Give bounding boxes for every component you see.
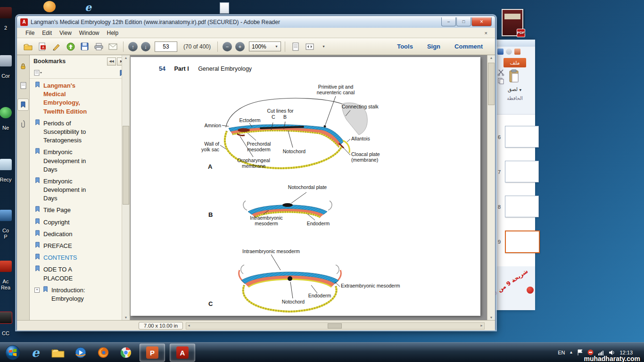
scrolling-mode-button[interactable] <box>289 41 302 52</box>
slides-pane[interactable]: 6 7 8 9 <box>495 114 535 266</box>
next-page-button[interactable]: ↓ <box>141 42 150 51</box>
desktop-icon[interactable]: 2 <box>0 1 14 37</box>
minimize-button[interactable]: – <box>441 17 456 26</box>
slide-thumbnail[interactable] <box>505 161 539 182</box>
slide-row[interactable]: 6 <box>495 115 535 149</box>
scrollbar-thumb[interactable] <box>123 126 129 205</box>
expand-bookmark-icon[interactable]: + <box>34 288 40 293</box>
desktop-icon[interactable]: Cor <box>0 49 14 85</box>
menu-help[interactable]: Help <box>103 29 123 37</box>
pdf-page[interactable]: 54 Part I General Embryology <box>131 57 480 316</box>
desktop-icon-recycle-bin[interactable]: Recy <box>0 153 14 189</box>
bookmark-item-expandable[interactable]: + Introduction: Embryology <box>34 286 122 303</box>
menu-view[interactable]: View <box>56 29 75 37</box>
start-button[interactable] <box>4 344 22 361</box>
bookmark-item[interactable]: ODE TO A PLACODE <box>34 265 122 282</box>
create-pdf-button[interactable]: A <box>36 41 49 52</box>
desktop-icon[interactable]: Co P <box>0 204 14 246</box>
print-button[interactable] <box>92 41 105 52</box>
save-icon[interactable] <box>497 49 504 55</box>
taskbar-internet-explorer-icon[interactable]: e <box>26 344 44 361</box>
bookmark-item[interactable]: CONTENTS <box>34 254 122 262</box>
scrollbar-thumb[interactable] <box>328 323 342 329</box>
desktop-icon-internet-explorer[interactable]: e <box>82 1 94 12</box>
paste-icon[interactable] <box>508 69 520 83</box>
document-area[interactable]: 54 Part I General Embryology <box>130 55 495 320</box>
desktop-icon-firefox[interactable] <box>43 1 56 12</box>
action-center-flag-icon[interactable] <box>577 349 583 356</box>
toolbar-overflow-chevron[interactable]: ▾ <box>317 41 330 52</box>
zoom-level-select[interactable]: 100% ▼ <box>249 41 281 51</box>
scrollbar-thumb[interactable] <box>488 63 495 105</box>
desktop-icon[interactable]: CC <box>0 305 14 343</box>
zoom-out-button[interactable]: − <box>223 42 232 51</box>
vertical-scrollbar[interactable]: ▲ ▼ <box>487 55 495 320</box>
paste-label[interactable]: لصق ▼ <box>508 86 521 92</box>
bookmark-item[interactable]: Dedication <box>34 230 122 239</box>
taskbar-explorer-icon[interactable] <box>49 344 67 361</box>
slide-thumbnail[interactable] <box>505 126 539 148</box>
window-titlebar[interactable]: A Langman's Medical Embryology 12th Edit… <box>17 16 495 28</box>
scroll-up-icon[interactable]: ▲ <box>487 56 495 59</box>
scroll-up-icon[interactable]: ▲ <box>122 56 130 59</box>
bookmark-item[interactable]: Periods of Susceptibility to Teratogenes… <box>34 119 122 145</box>
bookmark-item[interactable]: Embryonic Development in Days <box>34 177 122 203</box>
email-button[interactable] <box>107 41 119 52</box>
security-tab[interactable] <box>18 61 28 72</box>
close-button[interactable]: × <box>471 17 492 26</box>
scroll-left-icon[interactable]: ◄ <box>187 324 190 327</box>
previous-page-button[interactable]: ↑ <box>128 42 138 51</box>
taskbar-powerpoint-button-active[interactable]: P <box>140 344 165 362</box>
menu-window[interactable]: Window <box>75 29 103 37</box>
menubar-close-icon[interactable]: × <box>482 30 490 36</box>
desktop-icon-document[interactable] <box>220 2 229 14</box>
powerpoint-window-edge[interactable]: ملف <box>494 40 535 310</box>
slide-row[interactable]: 8 <box>495 184 535 219</box>
zoom-in-button[interactable]: + <box>235 42 245 51</box>
horizontal-scrollbar[interactable]: ◄ ► <box>186 322 485 329</box>
bookmark-item[interactable]: Title Page <box>34 206 122 214</box>
redo-icon[interactable] <box>514 49 520 55</box>
undo-icon[interactable] <box>506 49 512 55</box>
taskbar-adobe-reader-button-active[interactable]: A <box>170 344 195 362</box>
fit-width-button[interactable] <box>303 41 316 52</box>
ppt-file-button[interactable]: ملف <box>504 58 526 67</box>
bookmark-item[interactable]: Copyright <box>34 218 122 227</box>
desktop-icon[interactable]: Ne <box>0 101 14 137</box>
bookmark-item[interactable]: Langman's Medical Embryology, Twelfth Ed… <box>34 82 122 116</box>
save-button[interactable] <box>78 41 91 52</box>
menu-file[interactable]: File <box>22 29 38 37</box>
sign-button[interactable]: Sign <box>427 43 440 50</box>
slide-row[interactable]: 7 <box>495 149 535 184</box>
maximize-button[interactable]: □ <box>456 17 471 26</box>
bookmark-options-icon[interactable] <box>34 70 42 76</box>
bookmarks-scrollbar[interactable]: ▲ ▼ <box>122 55 130 320</box>
slide-thumbnail-selected[interactable] <box>505 230 540 253</box>
slide-row-selected[interactable]: 9 <box>495 219 535 254</box>
attachments-tab[interactable] <box>18 118 28 130</box>
sign-pen-button[interactable] <box>50 41 63 52</box>
scroll-down-icon[interactable]: ▼ <box>487 316 495 319</box>
menu-edit[interactable]: Edit <box>38 29 56 37</box>
page-number-input[interactable] <box>155 41 177 52</box>
desktop-icon-adobe-reader[interactable]: Ac Rea <box>0 255 14 296</box>
show-hidden-icons-button[interactable]: ▲ <box>570 350 573 354</box>
bookmark-item[interactable]: Embryonic Development in Days <box>34 148 122 174</box>
scroll-down-icon[interactable]: ▼ <box>122 316 130 319</box>
language-indicator[interactable]: EN <box>558 350 565 355</box>
bookmarks-tab[interactable] <box>17 99 29 111</box>
taskbar-media-player-icon[interactable] <box>72 344 90 361</box>
comment-button[interactable]: Comment <box>454 43 483 50</box>
page-thumbnails-tab[interactable] <box>18 80 28 91</box>
taskbar-chrome-icon[interactable] <box>117 344 135 361</box>
scroll-right-icon[interactable]: ► <box>480 324 483 327</box>
open-button[interactable] <box>22 41 34 52</box>
send-file-button[interactable] <box>64 41 77 52</box>
slide-thumbnail[interactable] <box>505 196 539 217</box>
cut-icon[interactable] <box>497 69 505 76</box>
collapse-panel-button[interactable]: ◀◀ <box>107 58 116 66</box>
copy-icon[interactable] <box>497 78 505 84</box>
tools-button[interactable]: Tools <box>397 43 413 50</box>
bookmark-item[interactable]: PREFACE <box>34 242 122 250</box>
taskbar-firefox-icon[interactable] <box>94 344 112 361</box>
